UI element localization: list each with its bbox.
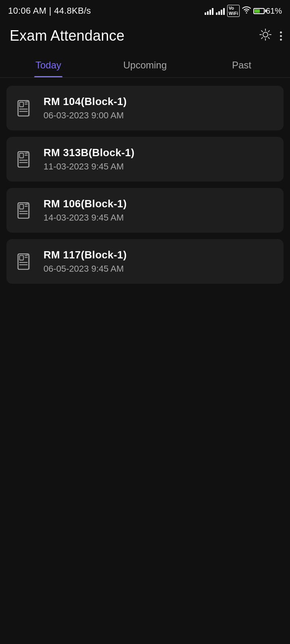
room-icon-3 xyxy=(14,200,35,221)
tab-past[interactable]: Past xyxy=(193,52,290,77)
svg-rect-10 xyxy=(20,102,24,106)
room-icon-2 xyxy=(14,149,35,170)
brightness-icon[interactable] xyxy=(259,28,272,44)
svg-line-7 xyxy=(268,31,269,32)
exam-card-2[interactable]: RM 313B(Block-1) 11-03-2023 9:45 AM xyxy=(6,137,284,182)
tab-today[interactable]: Today xyxy=(0,52,97,77)
vowifi-icon: VoWiFi xyxy=(227,5,240,17)
svg-rect-28 xyxy=(20,255,24,260)
card-info-1: RM 104(Block-1) 06-03-2023 9:00 AM xyxy=(44,95,127,121)
more-options-icon[interactable] xyxy=(280,31,282,41)
svg-point-0 xyxy=(263,32,268,37)
status-icons: VoWiFi 61% xyxy=(205,5,282,17)
tabs-bar: Today Upcoming Past xyxy=(0,52,290,78)
room-icon-4 xyxy=(14,251,35,272)
page-title: Exam Attendance xyxy=(10,27,124,44)
card-datetime-1: 06-03-2023 9:00 AM xyxy=(44,110,127,121)
battery-percentage: 61% xyxy=(266,6,282,16)
battery-indicator: 61% xyxy=(253,6,282,16)
card-info-3: RM 106(Block-1) 14-03-2023 9:45 AM xyxy=(44,198,127,223)
wifi-icon xyxy=(242,6,251,16)
battery-icon xyxy=(253,8,265,14)
signal-icon-1 xyxy=(205,7,213,15)
svg-rect-22 xyxy=(20,204,24,209)
tab-upcoming[interactable]: Upcoming xyxy=(97,52,193,77)
card-datetime-3: 14-03-2023 9:45 AM xyxy=(44,213,127,223)
app-header: Exam Attendance xyxy=(0,21,290,52)
card-info-2: RM 313B(Block-1) 11-03-2023 9:45 AM xyxy=(44,147,135,172)
content-area: RM 104(Block-1) 06-03-2023 9:00 AM RM 31… xyxy=(0,78,290,284)
card-room-2: RM 313B(Block-1) xyxy=(44,147,135,159)
exam-card-1[interactable]: RM 104(Block-1) 06-03-2023 9:00 AM xyxy=(6,86,284,130)
header-actions xyxy=(259,28,282,44)
card-room-4: RM 117(Block-1) xyxy=(44,249,127,261)
room-icon-1 xyxy=(14,98,35,119)
card-room-3: RM 106(Block-1) xyxy=(44,198,127,210)
card-room-1: RM 104(Block-1) xyxy=(44,95,127,108)
status-bar: 10:06 AM | 44.8KB/s VoWiFi 61% xyxy=(0,0,290,21)
card-datetime-4: 06-05-2023 9:45 AM xyxy=(44,264,127,274)
card-info-4: RM 117(Block-1) 06-05-2023 9:45 AM xyxy=(44,249,127,274)
svg-line-5 xyxy=(261,31,263,32)
card-datetime-2: 11-03-2023 9:45 AM xyxy=(44,161,135,172)
svg-rect-16 xyxy=(20,153,24,158)
exam-card-4[interactable]: RM 117(Block-1) 06-05-2023 9:45 AM xyxy=(6,239,284,284)
svg-line-6 xyxy=(268,37,269,39)
status-time-network: 10:06 AM | 44.8KB/s xyxy=(8,6,91,16)
signal-icon-2 xyxy=(216,7,225,15)
exam-card-3[interactable]: RM 106(Block-1) 14-03-2023 9:45 AM xyxy=(6,188,284,233)
svg-line-8 xyxy=(261,37,263,39)
